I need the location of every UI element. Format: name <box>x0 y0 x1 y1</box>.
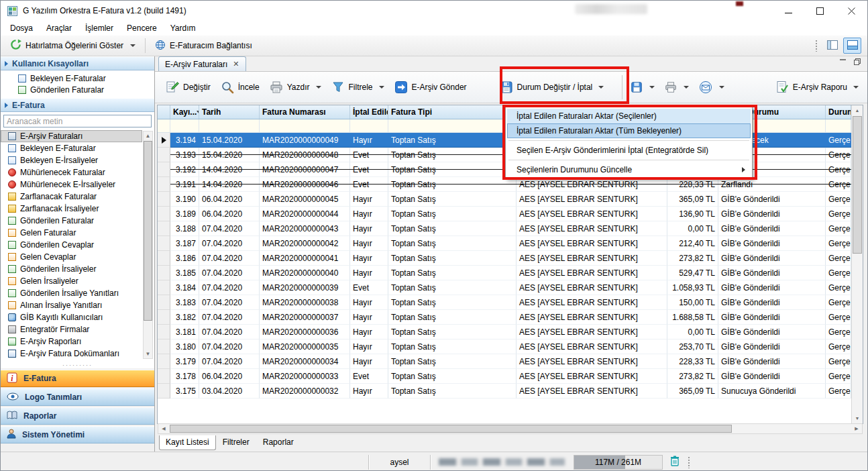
accordion-item[interactable]: Sistem Yönetimi <box>1 426 154 443</box>
sidebar-item[interactable]: Gönderilen Faturalar <box>1 215 142 227</box>
sidebar-item[interactable]: Zarflanacak Faturalar <box>1 191 142 203</box>
sidebar-item[interactable]: Gönderilen İrsaliyeler <box>1 263 142 275</box>
table-row[interactable]: 3.18107.04.2020MAR2020000000036HayırTopt… <box>158 325 863 339</box>
scrollbar-thumb[interactable] <box>170 425 732 433</box>
sidebar-item[interactable]: E-Arşiv Faturaları <box>1 130 142 142</box>
table-row[interactable]: 3.17806.04.2020MAR2020000000033EvetTopta… <box>158 369 863 384</box>
sidebar-item[interactable]: Bekleyen E-İrsaliyeler <box>1 154 142 166</box>
bottom-tab[interactable]: Raporlar <box>256 435 301 450</box>
sidebar-item[interactable]: Mühürlenecek Faturalar <box>1 166 142 178</box>
sidebar-item[interactable]: Entegratör Firmalar <box>1 323 142 335</box>
table-row[interactable]: 3.18707.04.2020MAR2020000000042HayırTopt… <box>158 236 863 251</box>
filter-button[interactable]: Filtrele <box>327 77 388 97</box>
filter-cell[interactable] <box>170 119 199 132</box>
sidebar-item[interactable]: Gönderilen İrsaliye Yanıtları <box>1 287 142 299</box>
table-row[interactable]: 3.18207.04.2020MAR2020000000037HayırTopt… <box>158 310 863 325</box>
column-header[interactable]: Fatura Numarası <box>260 105 350 119</box>
garbage-collect-button[interactable] <box>666 454 684 470</box>
accordion-item[interactable]: Logo Tanımları <box>1 388 154 406</box>
scroll-right-icon[interactable]: ▶ <box>851 424 862 433</box>
scroll-down-icon[interactable]: ▼ <box>852 413 863 423</box>
print-button[interactable]: Yazdır <box>266 77 325 97</box>
table-row[interactable]: 3.19006.04.2020MAR2020000000045HayırTopt… <box>158 192 863 207</box>
sidebar-item[interactable]: Bekleyen E-Faturalar <box>1 142 142 154</box>
menu-item[interactable]: İptal Edilen Faturaları Aktar (Seçilenle… <box>507 109 751 123</box>
table-row[interactable]: 3.17907.04.2020MAR2020000000034HayırTopt… <box>158 354 863 369</box>
column-header[interactable]: Fatura Tipi <box>388 105 517 119</box>
sidebar-item[interactable]: GİB Kayıtlı Kullanıcıları <box>1 311 142 323</box>
sidebar-item[interactable]: E-Arşiv Raporları <box>1 335 142 348</box>
sidebar-item[interactable]: Zarflanacak İrsaliyeler <box>1 203 142 215</box>
sidebar-item[interactable]: Gelen İrsaliyeler <box>1 275 142 287</box>
filter-cell[interactable] <box>260 119 350 132</box>
menubar-item[interactable]: Dosya <box>3 21 40 35</box>
restore-panel-icon[interactable] <box>854 58 861 67</box>
filter-cell[interactable] <box>199 119 260 132</box>
panel-layout-button[interactable] <box>823 38 841 54</box>
filter-cell[interactable] <box>350 119 388 132</box>
scrollbar-thumb[interactable] <box>144 141 152 321</box>
filter-cell[interactable] <box>826 119 851 132</box>
table-row[interactable]: 3.18807.04.2020MAR2020000000043HayırTopt… <box>158 221 863 236</box>
detail-view-button[interactable] <box>843 38 861 54</box>
earsiv-send-button[interactable]: E-Arşiv Gönder <box>390 77 470 97</box>
sidebar-item[interactable]: Gelen Cevaplar <box>1 251 142 263</box>
filter-cell[interactable] <box>158 119 170 132</box>
menu-item[interactable]: Seçilen E-Arşiv Gönderimlerini İptal (En… <box>507 143 751 158</box>
save-button[interactable] <box>627 78 658 97</box>
tab-earsiv-faturalari[interactable]: E-Arşiv Faturaları ✕ <box>158 56 246 71</box>
table-row[interactable]: 3.17503.04.2020MAR2020000000032HayırTopt… <box>158 384 863 399</box>
scroll-up-icon[interactable]: ▲ <box>144 132 152 140</box>
bottom-tab[interactable]: Filtreler <box>216 435 256 450</box>
sidebar-item[interactable]: Mühürlenecek E-İrsaliyeler <box>1 178 142 191</box>
efaturacim-connection-button[interactable]: E-Faturacım Bağlantısı <box>150 38 258 54</box>
quick-print-button[interactable] <box>661 78 692 97</box>
reminders-button[interactable]: Hatırlatma Öğelerini Göster <box>5 37 141 54</box>
horizontal-scrollbar[interactable]: ◀ ▶ <box>158 423 863 434</box>
column-header[interactable]: Durum <box>826 105 851 119</box>
minimize-button[interactable] <box>773 1 804 21</box>
column-header[interactable]: Kayı... <box>170 105 199 119</box>
splitter-dots[interactable]: ········· <box>1 362 154 368</box>
table-row[interactable]: 3.18906.04.2020MAR2020000000044HayırTopt… <box>158 207 863 221</box>
sidebar-item[interactable]: Alınan İrsaliye Yanıtları <box>1 299 142 311</box>
maximize-button[interactable] <box>804 1 836 21</box>
table-row[interactable]: 3.18007.04.2020MAR2020000000035HayırTopt… <box>158 339 863 354</box>
menu-item[interactable]: İptal Edilen Faturaları Aktar (Tüm Bekle… <box>507 123 751 138</box>
column-header[interactable]: Tarih <box>199 105 260 119</box>
menubar-item[interactable]: Araçlar <box>40 21 78 35</box>
sidebar-item[interactable]: Gelen Faturalar <box>1 227 142 239</box>
earsiv-report-button[interactable]: E-Arşiv Raporu <box>771 77 862 97</box>
status-change-button[interactable]: Durum Değiştir / İptal <box>496 77 608 97</box>
table-row[interactable]: 3.19114.04.2020MAR2020000000046EvetTopta… <box>158 177 863 192</box>
table-row[interactable]: 3.18307.04.2020MAR2020000000038HayırTopt… <box>158 295 863 310</box>
close-button[interactable] <box>836 1 867 21</box>
vertical-scrollbar[interactable]: ▲ ▼ <box>851 105 863 423</box>
sidebar-item[interactable]: E-Arşiv Fatura Dokümanları <box>1 348 142 360</box>
efatura-group-header[interactable]: E-Fatura <box>1 98 154 112</box>
sidebar-scrollbar[interactable]: ▲ ▼ <box>143 131 153 359</box>
column-header[interactable]: İptal Edildi <box>350 105 388 119</box>
sidebar-item[interactable]: Gönderilen Cevaplar <box>1 239 142 251</box>
menubar-item[interactable]: İşlemler <box>78 21 120 35</box>
inspect-button[interactable]: İncele <box>217 77 263 97</box>
scroll-up-icon[interactable]: ▲ <box>852 105 863 115</box>
accordion-item[interactable]: iE-Fatura <box>1 370 154 387</box>
bottom-tab[interactable]: Kayıt Listesi <box>159 435 216 450</box>
search-input[interactable] <box>3 115 152 127</box>
table-row[interactable]: 3.18507.04.2020MAR2020000000040HayırTopt… <box>158 266 863 280</box>
table-row[interactable]: 3.18607.04.2020MAR2020000000041HayırTopt… <box>158 251 863 266</box>
menubar-item[interactable]: Pencere <box>120 21 164 35</box>
email-button[interactable] <box>695 77 728 97</box>
scrollbar-thumb[interactable] <box>853 116 862 254</box>
table-row[interactable]: 3.18407.04.2020MAR2020000000039EvetTopta… <box>158 280 863 295</box>
close-tab-icon[interactable]: ✕ <box>233 60 239 68</box>
accordion-item[interactable]: Raporlar <box>1 407 154 425</box>
scroll-down-icon[interactable]: ▼ <box>144 350 152 358</box>
sidebar-item[interactable]: Bekleyen E-Faturalar <box>1 72 154 84</box>
shortcuts-group-header[interactable]: Kullanıcı Kısayolları <box>1 56 154 70</box>
scroll-left-icon[interactable]: ◀ <box>158 424 169 433</box>
filter-cell[interactable] <box>388 119 517 132</box>
menu-item[interactable]: Seçilenlerin Durumunu Güncelle <box>507 162 751 177</box>
sidebar-item[interactable]: Gönderilen Faturalar <box>1 84 154 95</box>
